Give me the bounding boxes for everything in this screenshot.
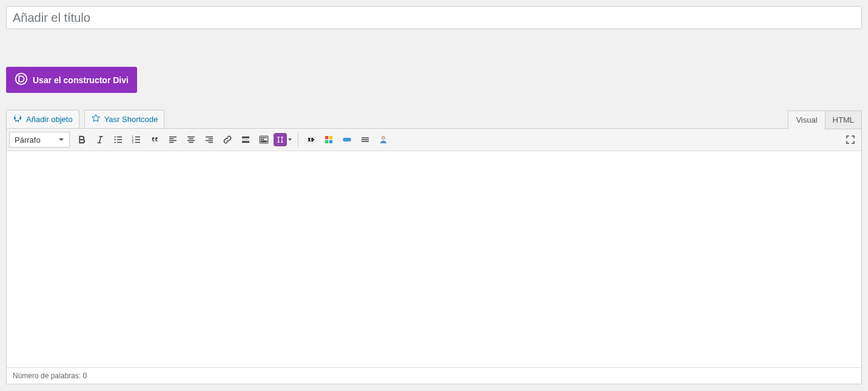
svg-rect-17 xyxy=(261,141,267,143)
fullscreen-button[interactable] xyxy=(842,131,859,148)
toolbar-separator xyxy=(298,132,298,147)
svg-point-4 xyxy=(115,141,116,143)
tab-visual[interactable]: Visual xyxy=(788,110,825,129)
yasr-shortcode-label: Yasr Shortcode xyxy=(104,115,158,124)
svg-rect-13 xyxy=(264,137,266,138)
table-button[interactable] xyxy=(320,131,337,148)
svg-point-23 xyxy=(382,136,385,139)
divi-logo-icon xyxy=(15,72,28,87)
format-select-label: Párrafo xyxy=(15,135,41,144)
svg-rect-16 xyxy=(263,139,264,140)
chevron-down-icon[interactable] xyxy=(288,138,292,141)
editor-content-area[interactable] xyxy=(7,151,861,367)
svg-rect-22 xyxy=(343,138,351,141)
svg-point-3 xyxy=(115,139,116,140)
svg-rect-21 xyxy=(329,140,332,143)
media-icon xyxy=(13,114,22,125)
svg-rect-9 xyxy=(242,141,249,143)
add-media-button[interactable]: Añadir objeto xyxy=(6,110,79,129)
bold-button[interactable] xyxy=(73,131,90,148)
svg-rect-11 xyxy=(261,137,262,138)
use-divi-builder-label: Usar el constructor Divi xyxy=(33,75,129,85)
apl-button[interactable] xyxy=(302,131,319,148)
svg-point-0 xyxy=(16,73,27,84)
add-media-label: Añadir objeto xyxy=(26,115,73,124)
status-bar: Número de palabras: 0 xyxy=(7,367,861,384)
italic-button[interactable] xyxy=(92,131,109,148)
svg-point-1 xyxy=(15,120,17,122)
use-divi-builder-button[interactable]: Usar el constructor Divi xyxy=(6,67,137,93)
svg-rect-19 xyxy=(329,136,332,139)
insert-link-button[interactable] xyxy=(219,131,236,148)
align-right-button[interactable] xyxy=(201,131,218,148)
svg-point-2 xyxy=(115,136,116,137)
button-insert-button[interactable] xyxy=(338,131,355,148)
svg-rect-8 xyxy=(242,137,249,138)
svg-rect-12 xyxy=(263,137,264,138)
user-button[interactable] xyxy=(375,131,392,148)
svg-rect-20 xyxy=(325,140,328,143)
unordered-list-button[interactable] xyxy=(110,131,127,148)
tab-html[interactable]: HTML xyxy=(825,110,862,129)
paragraph-format-select[interactable]: Párrafo xyxy=(9,132,70,148)
chevron-down-icon xyxy=(59,138,64,141)
align-center-button[interactable] xyxy=(183,131,200,148)
insert-more-button[interactable] xyxy=(237,131,254,148)
blockquote-button[interactable] xyxy=(146,131,163,148)
svg-rect-14 xyxy=(266,137,267,138)
post-title-input[interactable] xyxy=(6,6,862,29)
svg-rect-18 xyxy=(325,136,328,139)
svg-text:3: 3 xyxy=(132,141,134,144)
svg-rect-15 xyxy=(261,139,262,140)
ordered-list-button[interactable]: 123 xyxy=(128,131,145,148)
yasr-shortcode-button[interactable]: Yasr Shortcode xyxy=(84,110,165,129)
divider-button[interactable] xyxy=(357,131,374,148)
shortcodes-ultimate-button[interactable] xyxy=(274,133,287,146)
align-left-button[interactable] xyxy=(164,131,181,148)
editor-toolbar: Párrafo 123 xyxy=(7,129,861,151)
word-count-label: Número de palabras: 0 xyxy=(13,372,87,380)
star-icon xyxy=(91,114,101,125)
editor-container: Párrafo 123 xyxy=(6,128,862,384)
toolbar-toggle-button[interactable] xyxy=(255,131,272,148)
